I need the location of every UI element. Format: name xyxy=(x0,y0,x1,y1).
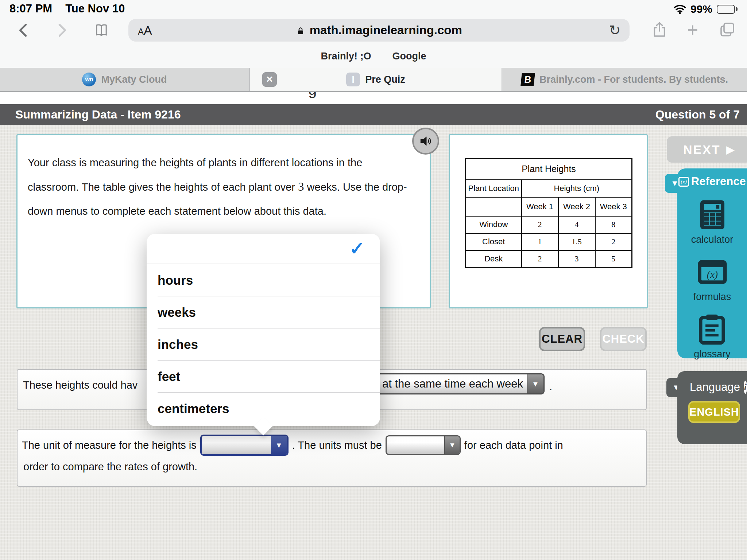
favorite-link-brainly[interactable]: Brainly! ;O xyxy=(321,51,371,62)
col-header-location: Plant Location xyxy=(466,180,522,197)
dropdown-option-inches[interactable]: inches xyxy=(147,328,380,361)
chevron-down-icon: ▼ xyxy=(444,436,460,454)
reference-panel: (x) Reference calculator (x) formulas gl… xyxy=(677,168,747,358)
cell-value: 2 xyxy=(522,250,558,268)
dropdown-option-blank-selected[interactable]: ✓ xyxy=(147,234,380,264)
tab-bar: wn MyKaty Cloud ✕ I Pre Quiz B Brainly.c… xyxy=(0,68,747,92)
cell-value: 8 xyxy=(595,216,632,233)
page-gap: g xyxy=(0,92,747,104)
language-header: Language i xyxy=(690,381,747,394)
units-consistency-select[interactable]: ▼ xyxy=(386,435,461,455)
select-value xyxy=(202,436,271,454)
table-row: Desk 2 3 5 xyxy=(466,250,632,268)
refresh-icon[interactable]: ↻ xyxy=(609,23,621,37)
language-english-button[interactable]: ENGLISH xyxy=(688,401,740,423)
quiz-header: Summarizing Data - Item 9216 Question 5 … xyxy=(0,104,747,125)
statement-2-line2: order to compare the rates of growth. xyxy=(22,461,646,473)
battery-nub-icon xyxy=(736,7,738,11)
tab-mykaty-cloud[interactable]: wn MyKaty Cloud xyxy=(0,68,250,91)
reference-item-formulas[interactable]: (x) formulas xyxy=(693,256,731,303)
cell-value: 5 xyxy=(595,250,632,268)
time-of-day-select[interactable]: at the same time each week ▼ xyxy=(366,373,545,394)
row-location: Closet xyxy=(466,233,522,250)
table-row: Closet 1 1.5 2 xyxy=(466,233,632,250)
new-tab-icon[interactable]: + xyxy=(687,23,698,38)
favorite-link-google[interactable]: Google xyxy=(392,51,426,62)
dropdown-option-feet[interactable]: feet xyxy=(147,361,380,393)
next-button[interactable]: NEXT ▶ xyxy=(667,136,747,163)
formula-box-icon: (x) xyxy=(678,177,689,187)
plant-heights-table: Plant Heights Plant Location Heights (cm… xyxy=(465,158,632,268)
cell-value: 1.5 xyxy=(558,233,595,250)
url-text: math.imaginelearning.com xyxy=(310,23,462,37)
select-value xyxy=(387,436,444,454)
audio-button[interactable] xyxy=(412,128,439,155)
clipped-text-fragment: g xyxy=(308,92,317,98)
cell-value: 2 xyxy=(522,216,558,233)
tab-label: Pre Quiz xyxy=(365,74,405,85)
empty-cell xyxy=(466,197,522,216)
cell-value: 2 xyxy=(595,233,632,250)
question-progress: Question 5 of 7 xyxy=(655,108,740,121)
col-header-week2: Week 2 xyxy=(558,197,595,216)
col-header-week3: Week 3 xyxy=(595,197,632,216)
dropdown-option-hours[interactable]: hours xyxy=(147,264,380,296)
question-text: Your class is measuring the heights of p… xyxy=(28,157,407,217)
row-location: Desk xyxy=(466,250,522,268)
status-bar: 8:07 PM Tue Nov 10 99% xyxy=(0,0,747,16)
cell-value: 3 xyxy=(558,250,595,268)
unit-of-measure-select[interactable]: ▼ xyxy=(200,435,289,456)
status-date: Tue Nov 10 xyxy=(65,2,125,15)
reference-item-calculator[interactable]: calculator xyxy=(691,199,734,245)
calculator-icon xyxy=(697,199,727,230)
close-tab-icon[interactable]: ✕ xyxy=(262,72,277,87)
reference-item-label: calculator xyxy=(691,234,734,245)
favorites-bar: Brainly! ;O Google xyxy=(0,44,747,68)
statement-1-period: . xyxy=(549,381,552,393)
prequiz-favicon: I xyxy=(346,73,360,86)
statement-2-part1: The unit of measure for the heights is xyxy=(22,439,197,451)
glossary-icon xyxy=(697,314,727,345)
back-button[interactable] xyxy=(15,22,32,39)
reference-item-glossary[interactable]: glossary xyxy=(694,314,731,360)
table-row: Window 2 4 8 xyxy=(466,216,632,233)
statement-2-part3: for each data point in xyxy=(464,439,563,451)
table-panel: Plant Heights Plant Location Heights (cm… xyxy=(449,134,648,308)
battery-icon xyxy=(717,5,735,14)
chevron-down-icon: ▼ xyxy=(527,374,543,393)
tab-brainly[interactable]: B Brainly.com - For students. By student… xyxy=(502,68,747,91)
quiz-title: Summarizing Data - Item 9216 xyxy=(15,108,181,121)
lock-icon xyxy=(296,25,305,36)
battery-percent: 99% xyxy=(690,3,712,15)
status-time: 8:07 PM xyxy=(9,2,52,15)
reference-item-label: formulas xyxy=(693,291,731,303)
statement-2: The unit of measure for the heights is ▼… xyxy=(17,429,647,487)
tabs-overview-icon[interactable] xyxy=(719,21,736,40)
table-title: Plant Heights xyxy=(466,159,632,180)
reader-text-size-button[interactable]: AA xyxy=(138,23,152,38)
wifi-icon xyxy=(674,4,686,14)
brainly-favicon: B xyxy=(520,73,535,86)
clear-button[interactable]: CLEAR xyxy=(539,327,585,351)
share-icon[interactable] xyxy=(651,21,668,40)
select-value: at the same time each week xyxy=(367,374,527,393)
tab-label: MyKaty Cloud xyxy=(101,74,167,85)
dropdown-menu: ✓ hours weeks inches feet centimeters xyxy=(147,234,380,426)
col-header-week1: Week 1 xyxy=(522,197,558,216)
reference-item-label: glossary xyxy=(694,349,731,360)
tab-pre-quiz[interactable]: ✕ I Pre Quiz xyxy=(250,68,502,91)
address-bar[interactable]: AA math.imaginelearning.com ↻ xyxy=(128,19,630,42)
forward-button[interactable] xyxy=(53,22,70,39)
reference-header: (x) Reference xyxy=(678,175,746,188)
language-panel: Language i ENGLISH xyxy=(677,371,747,444)
cell-value: 4 xyxy=(558,216,595,233)
dropdown-option-weeks[interactable]: weeks xyxy=(147,296,380,328)
info-icon[interactable]: i xyxy=(744,381,747,394)
tab-label: Brainly.com - For students. By students. xyxy=(539,74,728,85)
speaker-icon xyxy=(418,134,433,148)
bookmarks-icon[interactable] xyxy=(93,22,109,38)
check-button[interactable]: CHECK xyxy=(600,327,647,351)
formulas-icon: (x) xyxy=(697,256,727,288)
col-header-heights: Heights (cm) xyxy=(522,180,632,197)
chevron-down-icon: ▼ xyxy=(271,436,287,454)
